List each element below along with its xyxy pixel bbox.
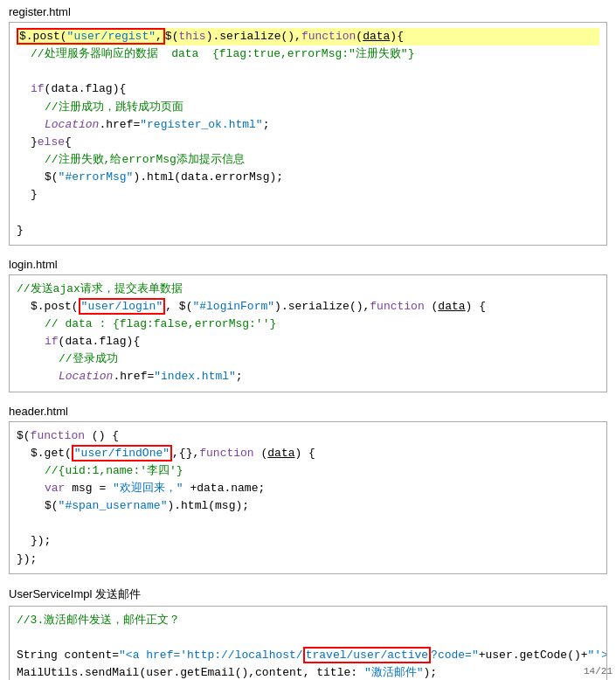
code-line: //注册成功，跳转成功页面 [17,99,599,116]
highlight-box-3: "user/findOne" [72,445,172,461]
header-section: header.html $(function () { $.get("user/… [0,399,616,581]
userservice-code-block: //3.激活邮件发送，邮件正文？ String content="<a href… [9,606,607,680]
register-title: register.html [9,5,607,18]
code-line: $("#errorMsg").html(data.errorMsg); [17,169,599,186]
login-section: login.html //发送ajax请求，提交表单数据 $.post("use… [0,253,616,399]
code-line: //处理服务器响应的数据 data {flag:true,errorMsg:"注… [17,45,599,63]
userservice-title: UserServiceImpl 发送邮件 [9,586,607,602]
userservice-section: UserServiceImpl 发送邮件 //3.激活邮件发送，邮件正文？ St… [0,581,616,680]
code-line: //注册失败,给errorMsg添加提示信息 [17,151,599,169]
code-line: $.post("user/regist",$(this).serialize()… [17,28,599,45]
code-line [17,515,599,532]
code-line: MailUtils.sendMail(user.getEmail(),conte… [17,664,599,680]
code-line: $(function () { [17,427,599,445]
code-line: $("#span_username").html(msg); [17,497,599,515]
code-line: //登录成功 [17,350,599,368]
code-line [17,63,599,80]
header-code-block: $(function () { $.get("user/findOne",{},… [9,421,607,574]
code-line: }else{ [17,134,599,151]
code-line: Location.href="register_ok.html"; [17,116,599,134]
code-line: if(data.flag){ [17,333,599,350]
highlight-box-1: $.post("user/regist", [17,28,165,45]
highlight-box-4: travel/user/active [303,647,431,663]
login-title: login.html [9,258,607,271]
code-line: //发送ajax请求，提交表单数据 [17,281,599,298]
code-line: String content="<a href='http://localhos… [17,647,599,664]
code-line: //{uid:1,name:'李四'} [17,462,599,480]
login-code-block: //发送ajax请求，提交表单数据 $.post("user/login", $… [9,274,607,392]
code-line: $.post("user/login", $("#loginForm").ser… [17,298,599,316]
code-line: } [17,222,599,239]
code-line [17,204,599,221]
header-title: header.html [9,405,607,418]
highlight-box-2: "user/login" [79,298,166,315]
code-line: if(data.flag){ [17,80,599,98]
code-line: Location.href="index.html"; [17,368,599,385]
register-code-block: $.post("user/regist",$(this).serialize()… [9,22,607,246]
code-line [17,629,599,647]
code-line: }); [17,532,599,550]
code-line: }); [17,551,599,568]
code-line: $.get("user/findOne",{},function (data) … [17,445,599,462]
register-section: register.html $.post("user/regist",$(thi… [0,0,616,253]
code-line: } [17,186,599,204]
code-line: //3.激活邮件发送，邮件正文？ [17,612,599,629]
code-line: var msg = "欢迎回来，" +data.name; [17,480,599,497]
page-number: 14/21 [584,666,613,677]
code-line: // data : {flag:false,errorMsg:''} [17,316,599,333]
